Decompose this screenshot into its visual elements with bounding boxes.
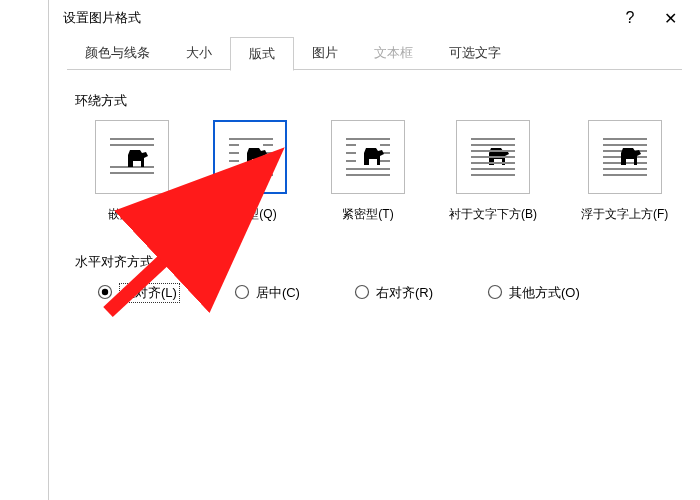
svg-point-37 (102, 288, 108, 294)
wrap-section-label: 环绕方式 (75, 92, 674, 110)
tab-3[interactable]: 图片 (294, 36, 356, 70)
tab-5[interactable]: 可选文字 (431, 36, 519, 70)
align-radio-right[interactable]: 右对齐(R) (354, 284, 433, 303)
tab-4: 文本框 (356, 36, 431, 70)
title-bar: 设置图片格式 ? ✕ (49, 0, 700, 36)
svg-point-38 (235, 285, 248, 298)
align-radio-other[interactable]: 其他方式(O) (487, 284, 580, 303)
dialog-window: 设置图片格式 ? ✕ 颜色与线条大小版式图片文本框可选文字 环绕方式 嵌入型(I… (48, 0, 700, 500)
wrap-option-icon (95, 120, 169, 194)
align-radio-row: 左对齐(L)居中(C)右对齐(R)其他方式(O) (97, 283, 674, 303)
radio-label: 左对齐(L) (119, 283, 180, 303)
align-radio-center[interactable]: 居中(C) (234, 284, 300, 303)
wrap-option-caption: 衬于文字下方(B) (449, 206, 537, 223)
wrap-option-caption: 嵌入型(I) (108, 206, 155, 223)
radio-label: 居中(C) (256, 284, 300, 302)
help-button[interactable]: ? (610, 0, 650, 36)
wrap-option-caption: 四周型(Q) (223, 206, 276, 223)
close-button[interactable]: ✕ (650, 0, 690, 36)
svg-point-39 (355, 285, 368, 298)
tab-strip: 颜色与线条大小版式图片文本框可选文字 (67, 36, 682, 70)
wrap-option-caption: 浮于文字上方(F) (581, 206, 668, 223)
wrap-option-tight[interactable]: 紧密型(T) (331, 120, 405, 223)
wrap-option-icon (588, 120, 662, 194)
svg-point-40 (488, 285, 501, 298)
radio-label: 右对齐(R) (376, 284, 433, 302)
radio-icon (487, 284, 503, 303)
wrap-option-icon (331, 120, 405, 194)
wrap-option-icon (456, 120, 530, 194)
wrap-option-icon (213, 120, 287, 194)
wrap-option-row: 嵌入型(I)四周型(Q)紧密型(T)衬于文字下方(B)浮于文字上方(F) (95, 120, 674, 223)
align-section-label: 水平对齐方式 (75, 253, 674, 271)
tab-content-layout: 环绕方式 嵌入型(I)四周型(Q)紧密型(T)衬于文字下方(B)浮于文字上方(F… (49, 70, 700, 319)
wrap-option-inline[interactable]: 嵌入型(I) (95, 120, 169, 223)
tab-2[interactable]: 版式 (230, 37, 294, 71)
tab-0[interactable]: 颜色与线条 (67, 36, 168, 70)
wrap-option-square[interactable]: 四周型(Q) (213, 120, 287, 223)
radio-label: 其他方式(O) (509, 284, 580, 302)
align-radio-left[interactable]: 左对齐(L) (97, 283, 180, 303)
radio-icon (97, 284, 113, 303)
wrap-option-infront[interactable]: 浮于文字上方(F) (581, 120, 668, 223)
tab-1[interactable]: 大小 (168, 36, 230, 70)
wrap-option-caption: 紧密型(T) (342, 206, 393, 223)
radio-icon (234, 284, 250, 303)
wrap-option-behind[interactable]: 衬于文字下方(B) (449, 120, 537, 223)
dialog-title: 设置图片格式 (63, 9, 610, 27)
radio-icon (354, 284, 370, 303)
